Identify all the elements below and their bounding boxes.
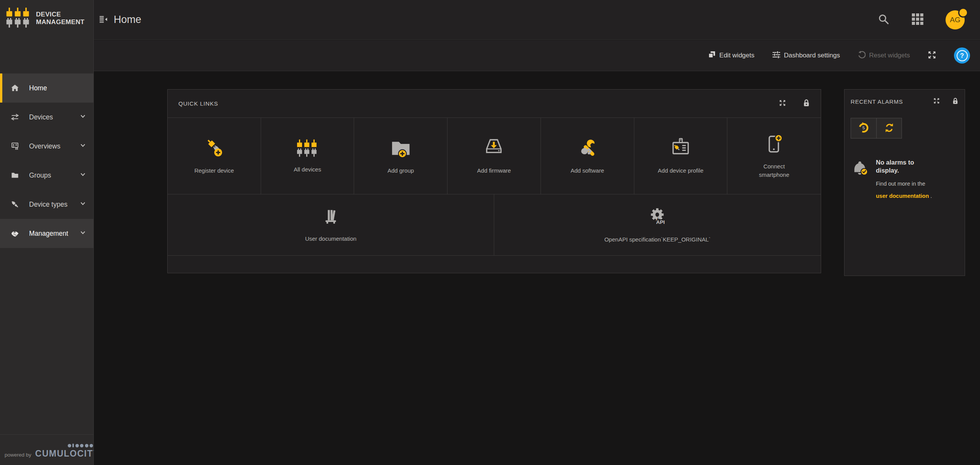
- fullscreen-button[interactable]: [928, 51, 936, 60]
- openapi-gear-icon: API: [647, 206, 668, 229]
- sidebar-item-devices[interactable]: Devices: [0, 103, 93, 132]
- search-icon: [877, 13, 890, 26]
- quick-link-all-devices[interactable]: All devices: [261, 118, 354, 194]
- quick-link-label: Connect smartphone: [756, 162, 792, 179]
- interval-refresh-icon: 5: [858, 122, 869, 135]
- quick-link-add-software[interactable]: Add software: [541, 118, 634, 194]
- chevron-down-icon: [80, 114, 86, 121]
- lock-icon: [952, 97, 959, 106]
- folder-icon: [10, 171, 20, 179]
- recent-alarms-header: RECENT ALARMS: [844, 90, 965, 113]
- collapse-navigator-button[interactable]: [99, 15, 108, 25]
- register-device-icon: [203, 137, 225, 160]
- sidebar-item-label: Overviews: [29, 142, 60, 150]
- chevron-down-icon: [80, 201, 86, 208]
- no-alarms-title: No alarms to display.: [876, 158, 933, 175]
- quick-links-header: QUICK LINKS: [168, 90, 821, 117]
- quick-link-add-device-profile[interactable]: Add device profile: [634, 118, 728, 194]
- quick-links-widget: QUICK LINKS: [167, 89, 821, 273]
- app-switcher-grid-icon: [912, 13, 923, 26]
- sidebar-item-label: Devices: [29, 113, 53, 121]
- quick-link-openapi-specification[interactable]: API OpenAPI specification`KEEP_ORIGINAL`: [494, 194, 821, 255]
- sidebar-footer: powered by CUMULOCITY: [0, 434, 93, 465]
- all-devices-icon: [297, 139, 318, 159]
- recent-alarms-widget: RECENT ALARMS: [844, 89, 965, 276]
- refresh-button[interactable]: [876, 118, 902, 138]
- widget-expand-button[interactable]: [779, 100, 786, 108]
- help-button[interactable]: ?: [954, 47, 970, 64]
- quick-link-label: Register device: [194, 166, 234, 175]
- search-button[interactable]: [877, 13, 890, 26]
- sidebar-nav: Home Devices: [0, 73, 93, 248]
- top-header-actions: AG: [877, 10, 980, 29]
- quick-link-register-device[interactable]: Register device: [168, 118, 261, 194]
- page-title: Home: [114, 14, 141, 26]
- reset-widgets-button[interactable]: Reset widgets: [858, 51, 910, 60]
- dashboard-toolbar: Edit widgets Dashboard settings Reset wi…: [94, 40, 980, 71]
- quick-links-footer: [168, 255, 821, 272]
- add-group-icon: [390, 137, 412, 160]
- quick-link-connect-smartphone[interactable]: Connect smartphone: [727, 118, 821, 194]
- chevron-down-icon: [80, 172, 86, 179]
- edit-widgets-icon: [708, 51, 716, 60]
- collapse-navigator-icon: [99, 15, 108, 25]
- sidebar-item-device-types[interactable]: Device types: [0, 190, 93, 219]
- sidebar-item-home[interactable]: Home: [0, 73, 93, 103]
- app-brand[interactable]: DEVICE MANAGEMENT: [0, 0, 93, 29]
- refresh-icon: [884, 122, 895, 134]
- expand-arrows-icon: [928, 51, 936, 60]
- dashboard-main: QUICK LINKS: [94, 72, 980, 465]
- home-icon: [10, 84, 20, 92]
- avatar-notification-badge: [959, 9, 967, 16]
- lock-icon: [803, 99, 810, 108]
- reset-widgets-label: Reset widgets: [869, 52, 910, 59]
- dashboard-settings-label: Dashboard settings: [784, 52, 840, 59]
- quick-link-user-documentation[interactable]: User documentation: [168, 194, 494, 255]
- connect-smartphone-icon: [763, 133, 785, 156]
- cumulocity-logo-text: CUMULOCITY: [35, 449, 100, 459]
- alarms-refresh-button-group: 5: [851, 118, 902, 139]
- swap-arrows-icon: [10, 113, 20, 121]
- quick-link-label: Add device profile: [658, 166, 703, 175]
- quick-link-label: Add software: [570, 166, 604, 175]
- user-documentation-link[interactable]: user documentation: [876, 193, 929, 199]
- top-header: Home AG: [94, 0, 980, 40]
- chevron-down-icon: [80, 143, 86, 150]
- sidebar-item-groups[interactable]: Groups: [0, 161, 93, 190]
- sidebar-item-label: Device types: [29, 201, 67, 209]
- sidebar-item-label: Management: [29, 230, 68, 238]
- sliders-icon: [772, 51, 781, 61]
- add-firmware-icon: [483, 137, 505, 160]
- user-avatar[interactable]: AG: [946, 10, 965, 29]
- bell-check-icon: [851, 158, 871, 202]
- avatar-initials: AG: [950, 16, 960, 24]
- presentation-icon: [10, 142, 20, 150]
- quick-links-row-1: Register device: [168, 117, 821, 194]
- quick-link-label: OpenAPI specification`KEEP_ORIGINAL`: [604, 235, 711, 244]
- dashboard-settings-button[interactable]: Dashboard settings: [772, 51, 840, 61]
- undo-rotate-icon: [858, 51, 866, 60]
- chevron-down-icon: [80, 230, 86, 237]
- edit-widgets-button[interactable]: Edit widgets: [708, 51, 755, 60]
- svg-text:API: API: [656, 219, 665, 225]
- quick-link-label: All devices: [294, 165, 321, 174]
- cumulocity-logo: CUMULOCITY: [35, 444, 100, 459]
- sidebar-item-overviews[interactable]: Overviews: [0, 132, 93, 161]
- question-mark-icon: ?: [957, 50, 968, 61]
- widget-expand-button[interactable]: [933, 98, 940, 105]
- sidebar-item-management[interactable]: Management: [0, 219, 93, 248]
- app-switcher-button[interactable]: [912, 13, 923, 26]
- quick-link-add-group[interactable]: Add group: [354, 118, 448, 194]
- quick-link-add-firmware[interactable]: Add firmware: [448, 118, 541, 194]
- sidebar: DEVICE MANAGEMENT Home Devices: [0, 0, 94, 465]
- add-software-icon: [577, 137, 598, 160]
- user-documentation-icon: [321, 207, 341, 228]
- sidebar-item-label: Home: [29, 84, 47, 92]
- expand-arrows-icon: [933, 98, 940, 105]
- quick-link-label: Add firmware: [477, 166, 511, 175]
- auto-refresh-interval-button[interactable]: 5: [851, 118, 876, 138]
- device-management-logo-icon: [6, 8, 31, 29]
- quick-link-label: Add group: [387, 166, 414, 175]
- handshake-icon: [10, 229, 20, 238]
- add-device-profile-icon: [670, 137, 691, 160]
